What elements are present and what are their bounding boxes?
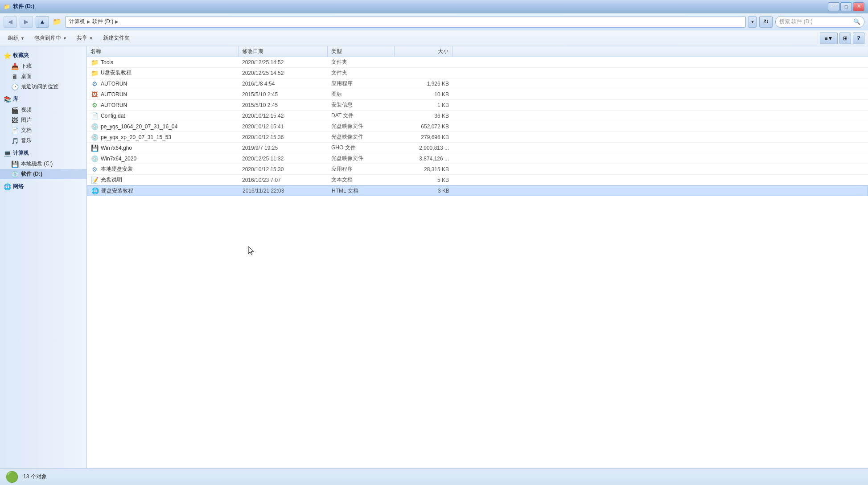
sidebar-item-disk-d[interactable]: 💿 软件 (D:) [0, 169, 86, 179]
help-button[interactable]: ? [853, 33, 864, 44]
search-placeholder: 搜索 软件 (D:) [779, 18, 852, 25]
address-path[interactable]: 计算机 ▶ 软件 (D:) ▶ [65, 16, 746, 28]
forward-button[interactable]: ▶ [20, 16, 33, 28]
desktop-icon: 🖥 [11, 73, 19, 80]
picture-label: 图片 [21, 116, 32, 124]
share-arrow: ▼ [89, 36, 93, 41]
table-row[interactable]: 💿 pe_yqs_xp_20_07_31_15_53 2020/10/12 15… [87, 132, 868, 143]
file-type-cell: 安装信息 [328, 101, 395, 109]
layout-button[interactable]: ⊞ [839, 33, 851, 44]
library-label: 库 [13, 95, 18, 103]
archive-button[interactable]: 包含到库中 ▼ [30, 32, 71, 45]
table-row[interactable]: 🖼 AUTORUN 2015/5/10 2:45 图标 10 KB [87, 89, 868, 100]
file-name-cell: 🖼 AUTORUN [87, 91, 239, 98]
address-dropdown-button[interactable]: ▼ [749, 16, 757, 28]
file-type-cell: 应用程序 [328, 80, 395, 87]
file-date-cell: 2020/10/12 15:42 [239, 113, 328, 119]
video-icon: 🎬 [11, 107, 19, 114]
document-label: 文档 [21, 127, 32, 134]
downloads-icon: 📥 [11, 63, 19, 70]
document-icon: 📄 [11, 127, 19, 134]
file-name-cell: 📄 Config.dat [87, 112, 239, 119]
file-type-icon: ⚙ [91, 166, 99, 173]
file-type-cell: HTML 文档 [328, 187, 395, 195]
sidebar-item-video[interactable]: 🎬 视频 [0, 105, 86, 115]
file-type-icon: 📄 [91, 112, 99, 119]
titlebar-icon: 📁 [4, 4, 10, 10]
sidebar-header-computer[interactable]: 💻 计算机 [0, 148, 86, 159]
file-date-cell: 2020/12/25 14:52 [239, 59, 328, 66]
sidebar-item-picture[interactable]: 🖼 图片 [0, 115, 86, 125]
network-label: 网络 [13, 183, 24, 190]
file-size-cell: 652,072 KB [395, 123, 453, 130]
recent-label: 最近访问的位置 [21, 83, 58, 90]
organize-label: 组织 [8, 34, 19, 42]
sidebar-item-disk-c[interactable]: 💾 本地磁盘 (C:) [0, 159, 86, 169]
sidebar-section-network: 🌐 网络 [0, 181, 86, 192]
new-folder-button[interactable]: 新建文件夹 [99, 32, 134, 45]
table-row[interactable]: 💾 Win7x64.gho 2019/9/7 19:25 GHO 文件 2,90… [87, 143, 868, 153]
sidebar-header-favorites[interactable]: ⭐ 收藏夹 [0, 50, 86, 61]
column-headers: 名称 修改日期 类型 大小 [87, 46, 868, 57]
path-drive[interactable]: 软件 (D:) [92, 18, 113, 25]
sidebar-item-music[interactable]: 🎵 音乐 [0, 136, 86, 146]
file-name-cell: 📁 Tools [87, 59, 239, 66]
file-name: Tools [101, 59, 113, 66]
file-type-cell: 光盘映像文件 [328, 123, 395, 130]
organize-button[interactable]: 组织 ▼ [4, 32, 29, 45]
sidebar-header-network[interactable]: 🌐 网络 [0, 181, 86, 192]
file-name: Win7x64.gho [101, 145, 132, 151]
minimize-button[interactable]: ─ [828, 2, 839, 11]
music-label: 音乐 [21, 137, 32, 144]
table-row[interactable]: 📄 Config.dat 2020/10/12 15:42 DAT 文件 36 … [87, 111, 868, 121]
disk-d-icon: 💿 [11, 171, 19, 178]
file-name: AUTORUN [101, 91, 127, 98]
file-type-cell: 文本文档 [328, 176, 395, 184]
share-button[interactable]: 共享 ▼ [72, 32, 98, 45]
sidebar-item-document[interactable]: 📄 文档 [0, 125, 86, 136]
addressbar: ◀ ▶ ▲ 📁 计算机 ▶ 软件 (D:) ▶ ▼ ↻ 搜索 软件 (D:) 🔍 [0, 13, 868, 30]
table-row[interactable]: 🌐 硬盘安装教程 2016/11/21 22:03 HTML 文档 3 KB [87, 185, 868, 196]
file-name: 硬盘安装教程 [101, 187, 133, 195]
view-button[interactable]: ≡▼ [820, 33, 838, 44]
table-row[interactable]: 💿 pe_yqs_1064_20_07_31_16_04 2020/10/12 … [87, 121, 868, 132]
refresh-button[interactable]: ↻ [759, 16, 773, 28]
sidebar-item-desktop[interactable]: 🖥 桌面 [0, 71, 86, 82]
up-button[interactable]: ▲ [36, 16, 49, 28]
toolbar: 组织 ▼ 包含到库中 ▼ 共享 ▼ 新建文件夹 ≡▼ ⊞ ? [0, 30, 868, 46]
sidebar-item-recent[interactable]: 🕐 最近访问的位置 [0, 82, 86, 92]
col-header-type[interactable]: 类型 [328, 46, 395, 57]
table-row[interactable]: 💿 Win7x64_2020 2020/12/25 11:32 光盘映像文件 3… [87, 153, 868, 164]
file-type-icon: 🖼 [91, 91, 99, 98]
file-type-icon: 💾 [91, 144, 99, 152]
path-computer[interactable]: 计算机 [69, 18, 85, 25]
search-box: 搜索 软件 (D:) 🔍 [775, 16, 864, 28]
file-name: Win7x64_2020 [101, 156, 136, 162]
downloads-label: 下载 [21, 62, 32, 70]
table-row[interactable]: 📁 Tools 2020/12/25 14:52 文件夹 [87, 57, 868, 68]
computer-label: 计算机 [13, 149, 29, 157]
file-name-cell: ⚙ AUTORUN [87, 102, 239, 109]
back-button[interactable]: ◀ [4, 16, 17, 28]
close-button[interactable]: ✕ [853, 2, 864, 11]
col-header-date[interactable]: 修改日期 [239, 46, 328, 57]
file-date-cell: 2015/5/10 2:45 [239, 102, 328, 108]
table-row[interactable]: 📁 U盘安装教程 2020/12/25 14:52 文件夹 [87, 68, 868, 78]
archive-arrow: ▼ [63, 36, 67, 41]
file-type-icon: 🌐 [91, 187, 99, 194]
sidebar-item-downloads[interactable]: 📥 下载 [0, 61, 86, 71]
table-row[interactable]: ⚙ 本地硬盘安装 2020/10/12 15:30 应用程序 28,315 KB [87, 164, 868, 175]
col-header-name[interactable]: 名称 [87, 46, 239, 57]
table-row[interactable]: 📝 光盘说明 2016/10/23 7:07 文本文档 5 KB [87, 175, 868, 185]
file-name: pe_yqs_xp_20_07_31_15_53 [101, 134, 171, 140]
file-size-cell: 36 KB [395, 113, 453, 119]
col-header-size[interactable]: 大小 [395, 46, 453, 57]
sidebar-header-library[interactable]: 📚 库 [0, 94, 86, 105]
file-type-cell: 文件夹 [328, 58, 395, 66]
file-date-cell: 2016/1/8 4:54 [239, 81, 328, 87]
library-icon: 📚 [4, 96, 11, 103]
table-row[interactable]: ⚙ AUTORUN 2016/1/8 4:54 应用程序 1,926 KB [87, 78, 868, 89]
maximize-button[interactable]: □ [840, 2, 852, 11]
table-row[interactable]: ⚙ AUTORUN 2015/5/10 2:45 安装信息 1 KB [87, 100, 868, 111]
sidebar-section-computer: 💻 计算机 💾 本地磁盘 (C:) 💿 软件 (D:) [0, 148, 86, 179]
